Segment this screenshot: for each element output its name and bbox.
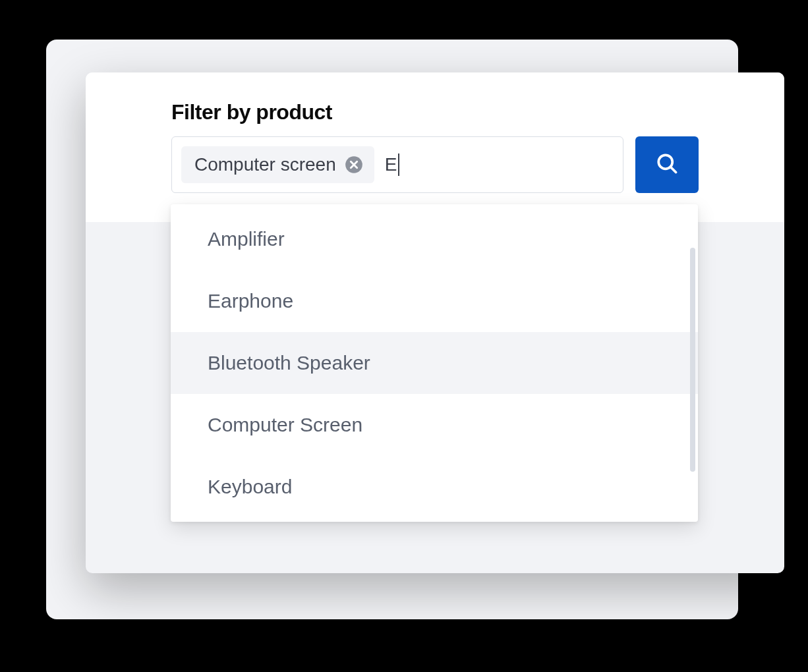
filter-chip-label: Computer screen xyxy=(194,154,336,175)
search-typed-text: E xyxy=(385,154,400,176)
close-circle-icon[interactable] xyxy=(344,155,364,175)
search-input[interactable]: Computer screen E xyxy=(171,136,623,193)
dropdown-item-amplifier[interactable]: Amplifier xyxy=(171,208,698,270)
dropdown-item-bluetooth-speaker[interactable]: Bluetooth Speaker xyxy=(171,332,698,394)
search-icon xyxy=(655,152,679,178)
svg-line-2 xyxy=(671,167,676,173)
autocomplete-dropdown: Amplifier Earphone Bluetooth Speaker Com… xyxy=(171,204,698,522)
search-button[interactable] xyxy=(635,136,699,193)
dropdown-item-keyboard[interactable]: Keyboard xyxy=(171,456,698,518)
text-cursor xyxy=(398,154,399,176)
dropdown-item-computer-screen[interactable]: Computer Screen xyxy=(171,394,698,456)
scrollbar-thumb[interactable] xyxy=(690,248,695,472)
dropdown-item-earphone[interactable]: Earphone xyxy=(171,270,698,332)
filter-title: Filter by product xyxy=(171,100,699,125)
search-row: Computer screen E xyxy=(171,136,699,193)
filter-header: Filter by product Computer screen E xyxy=(86,72,784,222)
filter-chip[interactable]: Computer screen xyxy=(181,146,374,183)
